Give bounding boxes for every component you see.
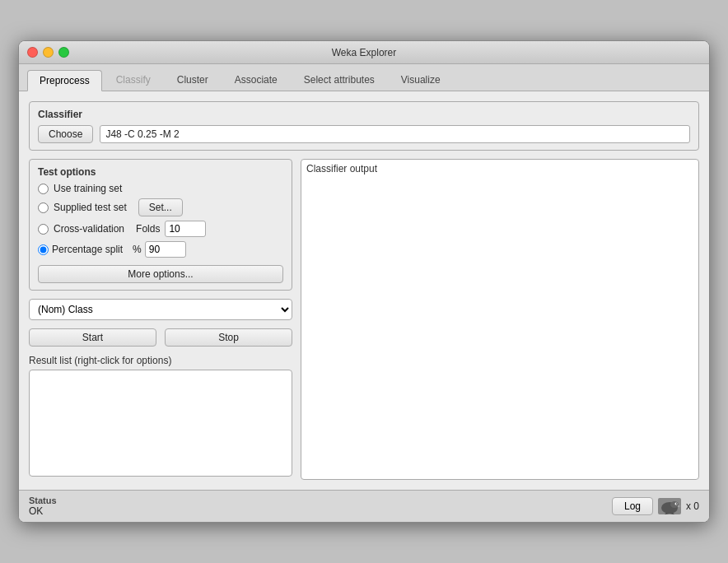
stop-button[interactable]: Stop <box>165 328 292 347</box>
log-button[interactable]: Log <box>612 497 653 515</box>
window-title: Weka Explorer <box>332 47 396 58</box>
classifier-row: Choose J48 -C 0.25 -M 2 <box>38 125 690 143</box>
test-options-section: Test options Use training set Supplied t… <box>29 159 292 291</box>
label-cross-validation: Cross-validation <box>54 223 124 235</box>
result-list-label: Result list (right-click for options) <box>29 355 292 366</box>
radio-use-training[interactable] <box>38 184 49 194</box>
minimize-button[interactable] <box>43 47 54 58</box>
status-bar: Status OK Log x 0 <box>19 490 709 522</box>
radio-row-supplied: Supplied test set Set... <box>38 198 283 216</box>
pct-symbol: % <box>133 244 142 255</box>
left-panel: Test options Use training set Supplied t… <box>29 159 292 480</box>
choose-button[interactable]: Choose <box>38 125 93 143</box>
right-panel: Classifier output <box>301 159 699 480</box>
close-button[interactable] <box>27 47 38 58</box>
content-area: Classifier Choose J48 -C 0.25 -M 2 Test … <box>19 91 709 490</box>
maximize-button[interactable] <box>58 47 69 58</box>
more-options-button[interactable]: More options... <box>38 265 283 283</box>
status-left: Status OK <box>29 496 57 517</box>
pct-input[interactable] <box>145 241 186 258</box>
tab-preprocess[interactable]: Preprocess <box>27 70 102 91</box>
tab-associate[interactable]: Associate <box>222 69 290 91</box>
classifier-section: Classifier Choose J48 -C 0.25 -M 2 <box>29 101 699 151</box>
status-label: Status <box>29 496 57 505</box>
tab-classify[interactable]: Classify <box>104 69 163 91</box>
svg-point-3 <box>676 503 677 504</box>
label-use-training: Use training set <box>54 183 122 194</box>
main-area: Test options Use training set Supplied t… <box>29 159 699 480</box>
start-button[interactable]: Start <box>29 328 156 347</box>
radio-percentage-split[interactable] <box>38 244 49 255</box>
tab-bar: Preprocess Classify Cluster Associate Se… <box>19 64 709 91</box>
classifier-label: Classifier <box>38 109 690 120</box>
radio-row-training: Use training set <box>38 183 283 194</box>
radio-row-pct: Percentage split % <box>38 241 283 258</box>
result-list-box[interactable] <box>29 370 292 477</box>
class-select[interactable]: (Nom) Class <box>29 299 292 320</box>
start-stop-row: Start Stop <box>29 328 292 347</box>
main-window: Weka Explorer Preprocess Classify Cluste… <box>18 40 710 523</box>
status-right: Log x 0 <box>612 497 699 515</box>
weka-logo-icon <box>658 498 681 514</box>
result-list-container: Result list (right-click for options) <box>29 355 292 477</box>
tab-select-attributes[interactable]: Select attributes <box>292 69 387 91</box>
classifier-config: J48 -C 0.25 -M 2 <box>100 125 690 143</box>
label-percentage-split: Percentage split <box>52 244 123 255</box>
radio-row-crossval: Cross-validation Folds <box>38 221 283 237</box>
status-text: OK <box>29 505 57 517</box>
radio-cross-validation[interactable] <box>38 224 49 235</box>
radio-supplied-test[interactable] <box>38 202 49 213</box>
classifier-output-box: Classifier output <box>301 159 699 480</box>
svg-point-1 <box>670 501 679 508</box>
tab-cluster[interactable]: Cluster <box>165 69 221 91</box>
tab-visualize[interactable]: Visualize <box>389 69 453 91</box>
title-bar: Weka Explorer <box>19 41 709 64</box>
class-select-row: (Nom) Class <box>29 299 292 320</box>
folds-label: Folds <box>136 223 160 235</box>
window-controls <box>27 47 69 58</box>
log-count: x 0 <box>686 500 699 512</box>
set-button[interactable]: Set... <box>138 198 183 216</box>
label-supplied-test: Supplied test set <box>54 202 127 213</box>
folds-input[interactable] <box>165 221 206 237</box>
test-options-label: Test options <box>38 166 283 178</box>
classifier-output-label: Classifier output <box>301 160 698 178</box>
